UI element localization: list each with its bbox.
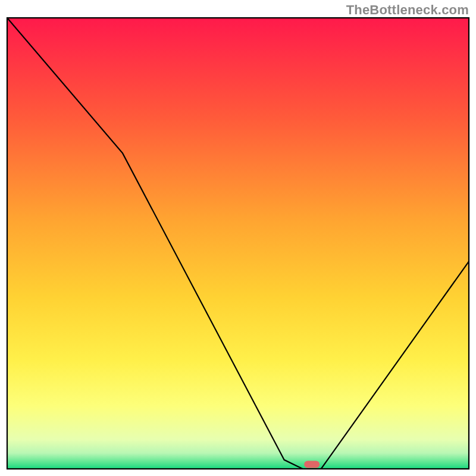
chart-canvas — [0, 0, 476, 476]
bottleneck-chart: TheBottleneck.com — [0, 0, 476, 476]
watermark-label: TheBottleneck.com — [346, 2, 469, 18]
plot-area — [7, 18, 469, 469]
optimal-marker — [304, 461, 320, 468]
